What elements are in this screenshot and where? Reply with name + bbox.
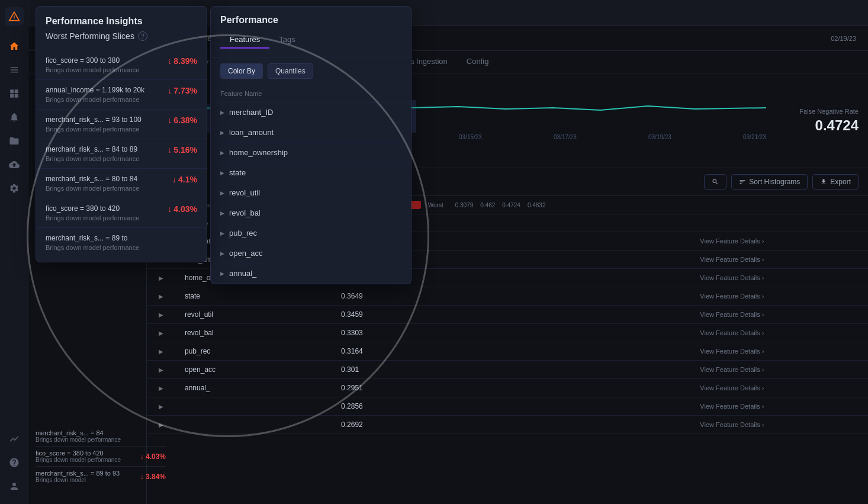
- feature-text-7: pub_rec: [229, 229, 257, 237]
- feature-row-5[interactable]: ▶ revol_util: [211, 183, 411, 203]
- insight-item-2: annual_income = 1.199k to 20k Brings dow…: [36, 80, 207, 110]
- search-button[interactable]: [704, 174, 726, 190]
- bottom-row-val-3: ↓ 3.84%: [140, 473, 166, 481]
- feature-list: ▶ merchant_ID ▶ loan_amount ▶ home_owner…: [211, 102, 411, 284]
- insight-pct-2: 7.73%: [173, 86, 197, 95]
- importance-val-7: 0.3164: [332, 342, 513, 361]
- help-icon[interactable]: ?: [138, 31, 147, 41]
- bottom-row-3: merchant_risk_s... = 89 to 93 Brings dow…: [36, 467, 166, 486]
- tab-config[interactable]: Config: [457, 51, 499, 73]
- view-link-8[interactable]: View Feature Details ›: [700, 366, 859, 373]
- date-badge: 02/19/23: [831, 35, 856, 42]
- col-histogram: [513, 214, 690, 232]
- feature-row-9[interactable]: ▶ annual_: [211, 264, 411, 284]
- feature-name-7: pub_rec: [175, 342, 332, 361]
- feature-text-4: state: [229, 168, 246, 177]
- table-row: ▶ revol_bal 0.3303 View Feature Details …: [147, 324, 868, 342]
- home-icon[interactable]: [4, 36, 25, 57]
- histogram-8: [513, 361, 690, 379]
- insights-subtitle: Worst Performing Slices ?: [46, 31, 197, 41]
- expand-icon-9: ▶: [220, 271, 224, 277]
- feature-text-9: annual_: [229, 269, 256, 278]
- view-link-5[interactable]: View Feature Details ›: [700, 311, 859, 318]
- insight-left-3: merchant_risk_s... = 93 to 100 Brings do…: [46, 115, 142, 133]
- insight-item-3: merchant_risk_s... = 93 to 100 Brings do…: [36, 110, 207, 139]
- view-link-9[interactable]: View Feature Details ›: [700, 384, 859, 391]
- insight-pct-4: 5.16%: [173, 145, 197, 155]
- insight-left-1: fico_score = 300 to 380 Brings down mode…: [46, 56, 139, 73]
- scale-val-3: 0.4724: [502, 202, 520, 208]
- folder-icon[interactable]: [4, 130, 25, 152]
- view-link-6[interactable]: View Feature Details ›: [700, 329, 859, 336]
- insight-value-5: ↓ 4.1%: [172, 175, 197, 184]
- scale-val-4: 0.4832: [528, 202, 546, 208]
- feature-name-4: state: [175, 287, 332, 306]
- bottom-row-name-3: merchant_risk_s... = 89 to 93: [36, 470, 120, 477]
- view-link-4[interactable]: View Feature Details ›: [700, 293, 859, 300]
- insight-name-4: merchant_risk_s... = 84 to 89: [46, 145, 139, 153]
- bottom-row-2: fico_score = 380 to 420 Brings down mode…: [36, 447, 166, 467]
- ctrl-quantiles[interactable]: Quantiles: [268, 63, 313, 79]
- bell-icon[interactable]: [4, 107, 25, 128]
- expand-icon-4: ▶: [220, 170, 224, 176]
- feature-row-2[interactable]: ▶ loan_amount: [211, 123, 411, 143]
- view-link-3[interactable]: View Feature Details ›: [700, 274, 859, 281]
- feature-row-3[interactable]: ▶ home_ownership: [211, 143, 411, 163]
- chart-metric: False Negative Rate 0.4724: [776, 108, 859, 134]
- expand-btn-9[interactable]: ▶: [156, 383, 166, 393]
- settings-icon[interactable]: [4, 178, 25, 199]
- table-row: ▶ pub_rec 0.3164 View Feature Details ›: [147, 342, 868, 361]
- importance-val-4: 0.3649: [332, 287, 513, 306]
- feature-row-7[interactable]: ▶ pub_rec: [211, 223, 411, 243]
- expand-btn-4[interactable]: ▶: [156, 291, 166, 301]
- export-button[interactable]: Export: [812, 174, 859, 190]
- analytics-icon[interactable]: [4, 428, 25, 450]
- x-label-4: 03/15/23: [459, 134, 482, 140]
- ctrl-color-by[interactable]: Color By: [220, 63, 263, 79]
- insight-name-5: merchant_risk_s... = 80 to 84: [46, 175, 139, 183]
- feature-row-1[interactable]: ▶ merchant_ID: [211, 102, 411, 123]
- feature-name-5: revol_util: [175, 306, 332, 324]
- down-arrow-5: ↓: [172, 175, 176, 184]
- grid-icon[interactable]: [4, 83, 25, 104]
- sub-tab-features[interactable]: Features: [220, 31, 269, 49]
- expand-btn-5[interactable]: ▶: [156, 310, 166, 319]
- insight-value-4: ↓ 5.16%: [168, 145, 197, 155]
- user-icon[interactable]: [4, 476, 25, 497]
- chart-metric-label: False Negative Rate: [776, 108, 859, 115]
- expand-btn-8[interactable]: ▶: [156, 365, 166, 374]
- question-icon[interactable]: [4, 452, 25, 473]
- feature-row-8[interactable]: ▶ open_acc: [211, 243, 411, 264]
- scale-val-2: 0.462: [480, 202, 495, 208]
- sub-tabs: Features Tags: [220, 31, 401, 49]
- expand-btn-7[interactable]: ▶: [156, 346, 166, 356]
- view-link-1[interactable]: View Feature Details ›: [700, 237, 859, 245]
- view-link-11[interactable]: View Feature Details ›: [700, 421, 859, 428]
- insight-item-6: fico_score = 380 to 420 Brings down mode…: [36, 198, 207, 228]
- models-icon[interactable]: [4, 59, 25, 81]
- expand-btn-10[interactable]: ▶: [156, 402, 166, 411]
- expand-icon-3: ▶: [220, 150, 224, 156]
- insight-item-7: merchant_risk_s... = 89 to Brings down m…: [36, 228, 207, 257]
- insight-left-7: merchant_risk_s... = 89 to Brings down m…: [46, 234, 139, 251]
- upload-icon[interactable]: [4, 154, 25, 175]
- view-link-7[interactable]: View Feature Details ›: [700, 348, 859, 355]
- view-link-10[interactable]: View Feature Details ›: [700, 403, 859, 410]
- insight-left-6: fico_score = 380 to 420 Brings down mode…: [46, 204, 139, 221]
- insight-name-7: merchant_risk_s... = 89 to: [46, 234, 139, 242]
- perf-slice-panel: Performance Features Tags Color By Quant…: [210, 6, 412, 284]
- sort-histograms-button[interactable]: Sort Histograms: [731, 174, 808, 190]
- view-link-2[interactable]: View Feature Details ›: [700, 256, 859, 263]
- app-logo[interactable]: [5, 7, 24, 26]
- insights-panel-header: Performance Insights Worst Performing Sl…: [36, 7, 207, 46]
- feature-row-6[interactable]: ▶ revol_bal: [211, 203, 411, 223]
- feature-row-4[interactable]: ▶ state: [211, 163, 411, 183]
- expand-btn-6[interactable]: ▶: [156, 328, 166, 338]
- expand-icon-7: ▶: [220, 230, 224, 236]
- histogram-10: [513, 397, 690, 416]
- col-actions: [690, 214, 868, 232]
- feature-text-5: revol_util: [229, 188, 260, 197]
- histogram-1: [513, 232, 690, 251]
- sub-tab-tags[interactable]: Tags: [269, 31, 304, 49]
- expand-btn-3[interactable]: ▶: [156, 273, 166, 283]
